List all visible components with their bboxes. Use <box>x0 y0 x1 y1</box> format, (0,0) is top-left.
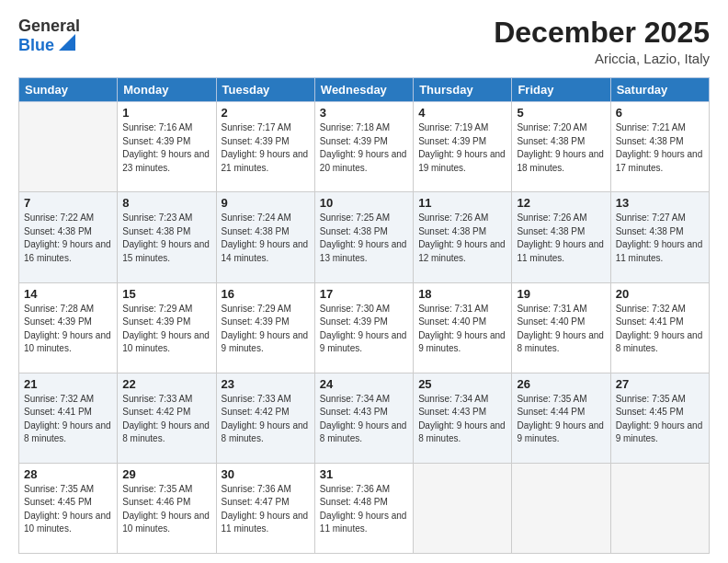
calendar-day-cell: 23Sunrise: 7:33 AMSunset: 4:42 PMDayligh… <box>216 373 314 463</box>
day-number: 31 <box>320 467 408 481</box>
day-number: 13 <box>616 196 704 210</box>
day-info: Sunrise: 7:36 AMSunset: 4:47 PMDaylight:… <box>222 483 310 536</box>
day-number: 24 <box>320 377 408 391</box>
day-number: 6 <box>616 106 704 120</box>
svg-marker-0 <box>59 34 75 51</box>
day-info: Sunrise: 7:33 AMSunset: 4:42 PMDaylight:… <box>222 393 310 446</box>
calendar-day-cell: 29Sunrise: 7:35 AMSunset: 4:46 PMDayligh… <box>118 463 216 553</box>
day-info: Sunrise: 7:25 AMSunset: 4:38 PMDaylight:… <box>320 212 408 265</box>
day-number: 15 <box>122 287 210 301</box>
day-number: 29 <box>122 467 210 481</box>
day-info: Sunrise: 7:31 AMSunset: 4:40 PMDaylight:… <box>517 303 605 356</box>
calendar-day-cell <box>512 463 610 553</box>
calendar-week-row: 1Sunrise: 7:16 AMSunset: 4:39 PMDaylight… <box>19 102 710 192</box>
day-info: Sunrise: 7:29 AMSunset: 4:39 PMDaylight:… <box>122 303 210 356</box>
calendar-day-cell: 14Sunrise: 7:28 AMSunset: 4:39 PMDayligh… <box>19 282 118 373</box>
calendar-day-cell: 13Sunrise: 7:27 AMSunset: 4:38 PMDayligh… <box>610 192 709 282</box>
day-info: Sunrise: 7:32 AMSunset: 4:41 PMDaylight:… <box>616 303 704 356</box>
weekday-header-friday: Friday <box>512 78 610 102</box>
day-number: 14 <box>24 287 112 301</box>
day-info: Sunrise: 7:24 AMSunset: 4:38 PMDaylight:… <box>222 212 310 265</box>
calendar-day-cell: 9Sunrise: 7:24 AMSunset: 4:38 PMDaylight… <box>216 192 314 282</box>
calendar-day-cell: 3Sunrise: 7:18 AMSunset: 4:39 PMDaylight… <box>314 102 413 192</box>
day-number: 21 <box>24 377 112 391</box>
day-info: Sunrise: 7:20 AMSunset: 4:38 PMDaylight:… <box>517 121 605 175</box>
calendar-day-cell: 21Sunrise: 7:32 AMSunset: 4:41 PMDayligh… <box>19 373 118 463</box>
day-info: Sunrise: 7:29 AMSunset: 4:39 PMDaylight:… <box>222 303 310 356</box>
day-info: Sunrise: 7:34 AMSunset: 4:43 PMDaylight:… <box>320 393 408 446</box>
day-number: 27 <box>616 377 704 391</box>
day-info: Sunrise: 7:16 AMSunset: 4:39 PMDaylight:… <box>122 121 210 175</box>
calendar-day-cell: 1Sunrise: 7:16 AMSunset: 4:39 PMDaylight… <box>118 102 216 192</box>
day-info: Sunrise: 7:22 AMSunset: 4:38 PMDaylight:… <box>24 212 112 265</box>
calendar-day-cell: 5Sunrise: 7:20 AMSunset: 4:38 PMDaylight… <box>512 102 610 192</box>
day-number: 23 <box>222 377 310 391</box>
day-info: Sunrise: 7:34 AMSunset: 4:43 PMDaylight:… <box>418 393 506 446</box>
weekday-header-wednesday: Wednesday <box>314 78 413 102</box>
day-info: Sunrise: 7:35 AMSunset: 4:45 PMDaylight:… <box>24 483 112 536</box>
calendar-day-cell: 8Sunrise: 7:23 AMSunset: 4:38 PMDaylight… <box>118 192 216 282</box>
day-info: Sunrise: 7:35 AMSunset: 4:45 PMDaylight:… <box>616 393 704 446</box>
day-info: Sunrise: 7:35 AMSunset: 4:44 PMDaylight:… <box>517 393 605 446</box>
day-info: Sunrise: 7:35 AMSunset: 4:46 PMDaylight:… <box>122 483 210 536</box>
calendar-week-row: 14Sunrise: 7:28 AMSunset: 4:39 PMDayligh… <box>19 282 710 373</box>
weekday-header-row: SundayMondayTuesdayWednesdayThursdayFrid… <box>19 78 710 102</box>
calendar-day-cell: 11Sunrise: 7:26 AMSunset: 4:38 PMDayligh… <box>414 192 512 282</box>
calendar-day-cell <box>610 463 709 553</box>
day-number: 30 <box>222 467 310 481</box>
day-info: Sunrise: 7:36 AMSunset: 4:48 PMDaylight:… <box>320 483 408 536</box>
calendar-week-row: 28Sunrise: 7:35 AMSunset: 4:45 PMDayligh… <box>19 463 710 553</box>
day-number: 7 <box>24 196 112 210</box>
calendar-day-cell: 4Sunrise: 7:19 AMSunset: 4:39 PMDaylight… <box>414 102 512 192</box>
calendar-day-cell: 24Sunrise: 7:34 AMSunset: 4:43 PMDayligh… <box>314 373 413 463</box>
month-title: December 2025 <box>494 17 710 49</box>
calendar-day-cell: 27Sunrise: 7:35 AMSunset: 4:45 PMDayligh… <box>610 373 709 463</box>
day-number: 26 <box>517 377 605 391</box>
day-number: 9 <box>222 196 310 210</box>
calendar-week-row: 7Sunrise: 7:22 AMSunset: 4:38 PMDaylight… <box>19 192 710 282</box>
calendar-day-cell: 16Sunrise: 7:29 AMSunset: 4:39 PMDayligh… <box>216 282 314 373</box>
day-info: Sunrise: 7:30 AMSunset: 4:39 PMDaylight:… <box>320 303 408 356</box>
day-number: 19 <box>517 287 605 301</box>
calendar-day-cell: 6Sunrise: 7:21 AMSunset: 4:38 PMDaylight… <box>610 102 709 192</box>
calendar-day-cell: 30Sunrise: 7:36 AMSunset: 4:47 PMDayligh… <box>216 463 314 553</box>
day-number: 16 <box>222 287 310 301</box>
day-number: 3 <box>320 106 408 120</box>
day-info: Sunrise: 7:26 AMSunset: 4:38 PMDaylight:… <box>517 212 605 265</box>
day-number: 5 <box>517 106 605 120</box>
day-info: Sunrise: 7:21 AMSunset: 4:38 PMDaylight:… <box>616 121 704 175</box>
calendar-week-row: 21Sunrise: 7:32 AMSunset: 4:41 PMDayligh… <box>19 373 710 463</box>
weekday-header-sunday: Sunday <box>19 78 118 102</box>
day-info: Sunrise: 7:33 AMSunset: 4:42 PMDaylight:… <box>122 393 210 446</box>
calendar: SundayMondayTuesdayWednesdayThursdayFrid… <box>18 77 710 554</box>
day-info: Sunrise: 7:31 AMSunset: 4:40 PMDaylight:… <box>418 303 506 356</box>
day-number: 22 <box>122 377 210 391</box>
title-block: December 2025 Ariccia, Lazio, Italy <box>494 17 710 66</box>
calendar-day-cell: 20Sunrise: 7:32 AMSunset: 4:41 PMDayligh… <box>610 282 709 373</box>
calendar-day-cell: 2Sunrise: 7:17 AMSunset: 4:39 PMDaylight… <box>216 102 314 192</box>
calendar-day-cell: 17Sunrise: 7:30 AMSunset: 4:39 PMDayligh… <box>314 282 413 373</box>
calendar-day-cell: 18Sunrise: 7:31 AMSunset: 4:40 PMDayligh… <box>414 282 512 373</box>
day-number: 25 <box>418 377 506 391</box>
page: General Blue December 2025 Ariccia, Lazi… <box>0 0 728 563</box>
day-info: Sunrise: 7:27 AMSunset: 4:38 PMDaylight:… <box>616 212 704 265</box>
day-number: 1 <box>122 106 210 120</box>
weekday-header-saturday: Saturday <box>610 78 709 102</box>
day-info: Sunrise: 7:17 AMSunset: 4:39 PMDaylight:… <box>222 121 310 175</box>
calendar-day-cell: 25Sunrise: 7:34 AMSunset: 4:43 PMDayligh… <box>414 373 512 463</box>
day-info: Sunrise: 7:32 AMSunset: 4:41 PMDaylight:… <box>24 393 112 446</box>
weekday-header-tuesday: Tuesday <box>216 78 314 102</box>
weekday-header-thursday: Thursday <box>414 78 512 102</box>
logo-blue-text: Blue <box>18 36 54 55</box>
calendar-day-cell: 22Sunrise: 7:33 AMSunset: 4:42 PMDayligh… <box>118 373 216 463</box>
calendar-day-cell: 26Sunrise: 7:35 AMSunset: 4:44 PMDayligh… <box>512 373 610 463</box>
day-number: 8 <box>122 196 210 210</box>
day-number: 17 <box>320 287 408 301</box>
day-number: 11 <box>418 196 506 210</box>
weekday-header-monday: Monday <box>118 78 216 102</box>
calendar-day-cell: 28Sunrise: 7:35 AMSunset: 4:45 PMDayligh… <box>19 463 118 553</box>
calendar-day-cell: 31Sunrise: 7:36 AMSunset: 4:48 PMDayligh… <box>314 463 413 553</box>
header: General Blue December 2025 Ariccia, Lazi… <box>18 17 710 66</box>
day-number: 20 <box>616 287 704 301</box>
day-info: Sunrise: 7:18 AMSunset: 4:39 PMDaylight:… <box>320 121 408 175</box>
